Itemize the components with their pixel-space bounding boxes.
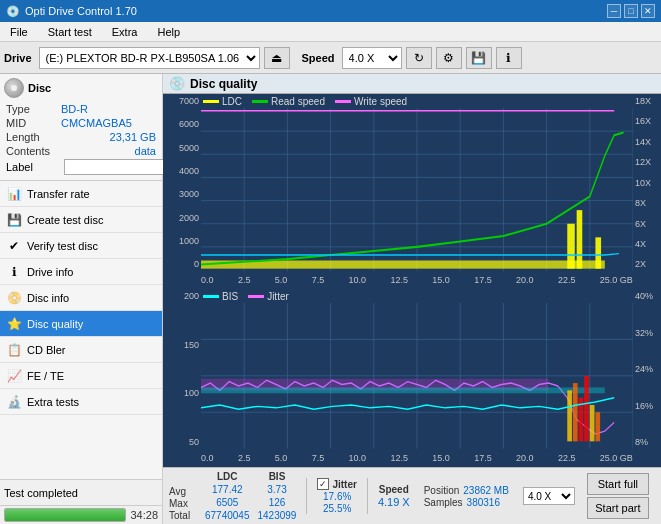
nav-transfer-rate[interactable]: 📊 Transfer rate	[0, 181, 162, 207]
disc-label-key: Label	[6, 161, 61, 173]
title-bar-controls: ─ □ ✕	[607, 4, 655, 18]
legend-jitter: Jitter	[248, 291, 289, 302]
status-time: 34:28	[130, 509, 158, 521]
nav-disc-info-label: Disc info	[27, 292, 69, 304]
total-label: Total	[169, 510, 197, 521]
speed-select[interactable]: 4.0 X	[342, 47, 402, 69]
bis-max: 126	[258, 497, 297, 508]
nav-extra-tests[interactable]: 🔬 Extra tests	[0, 389, 162, 415]
nav-cd-bler-label: CD Bler	[27, 344, 66, 356]
svg-rect-17	[567, 224, 575, 269]
chart-top-svg-area	[201, 108, 633, 271]
disc-mid-val: CMCMAGBA5	[61, 117, 132, 129]
jitter-check-row: ✓ Jitter	[317, 478, 356, 490]
svg-rect-34	[201, 388, 605, 394]
svg-rect-18	[577, 210, 583, 269]
disc-contents-val: data	[61, 145, 156, 157]
legend-jitter-label: Jitter	[267, 291, 289, 302]
drive-select[interactable]: (E:) PLEXTOR BD-R PX-LB950SA 1.06	[39, 47, 260, 69]
title-bar: 💿 Opti Drive Control 1.70 ─ □ ✕	[0, 0, 661, 22]
legend-bis-label: BIS	[222, 291, 238, 302]
menu-extra[interactable]: Extra	[106, 24, 144, 40]
ldc-avg: 177.42	[205, 484, 250, 495]
content-area: 💿 Disc quality LDC Read speed	[163, 74, 661, 524]
nav-extra-tests-label: Extra tests	[27, 396, 79, 408]
nav-verify-test-disc[interactable]: ✔ Verify test disc	[0, 233, 162, 259]
chart-bottom: BIS Jitter 200 150 100 50 40%	[163, 289, 661, 467]
refresh-button[interactable]: ↻	[406, 47, 432, 69]
jitter-checkbox[interactable]: ✓	[317, 478, 329, 490]
bottom-stats-section: Avg Max Total LDC 177.42 6505 67740045 B…	[163, 467, 661, 524]
disc-length-key: Length	[6, 131, 61, 143]
nav-disc-info[interactable]: 📀 Disc info	[0, 285, 162, 311]
legend-write-speed: Write speed	[335, 96, 407, 107]
nav-fe-te[interactable]: 📈 FE / TE	[0, 363, 162, 389]
app-icon: 💿	[6, 5, 20, 18]
toolbar: Drive (E:) PLEXTOR BD-R PX-LB950SA 1.06 …	[0, 42, 661, 74]
main-layout: Disc Type BD-R MID CMCMAGBA5 Length 23,3…	[0, 74, 661, 524]
legend-jitter-color	[248, 295, 264, 298]
drive-label: Drive	[4, 52, 32, 64]
app-title: Opti Drive Control 1.70	[25, 5, 137, 17]
svg-rect-39	[590, 405, 595, 441]
nav-disc-quality[interactable]: ⭐ Disc quality	[0, 311, 162, 337]
legend-bis: BIS	[203, 291, 238, 302]
legend-ldc-label: LDC	[222, 96, 242, 107]
jitter-max: 25.5%	[317, 503, 356, 514]
close-button[interactable]: ✕	[641, 4, 655, 18]
status-bar: Test completed	[0, 479, 162, 505]
chart-top-legend: LDC Read speed Write speed	[203, 96, 407, 107]
samples-row: Samples 380316	[424, 497, 509, 508]
speed-select-col: 4.0 X	[523, 487, 575, 505]
legend-ldc-color	[203, 100, 219, 103]
start-part-button[interactable]: Start part	[587, 497, 649, 519]
speed-label: Speed	[302, 52, 335, 64]
info-button[interactable]: ℹ	[496, 47, 522, 69]
position-label: Position	[424, 485, 460, 496]
samples-label: Samples	[424, 497, 463, 508]
nav-create-test-disc-label: Create test disc	[27, 214, 103, 226]
nav-drive-info-label: Drive info	[27, 266, 73, 278]
jitter-col: ✓ Jitter 17.6% 25.5%	[317, 478, 356, 514]
save-button[interactable]: 💾	[466, 47, 492, 69]
stats-divider-2	[367, 478, 368, 514]
chart-top-y-axis-right: 18X 16X 14X 12X 10X 8X 6X 4X 2X	[633, 94, 661, 271]
maximize-button[interactable]: □	[624, 4, 638, 18]
chart-top: LDC Read speed Write speed 7000 6000	[163, 94, 661, 289]
chart-bottom-y-axis-right: 40% 32% 24% 16% 8%	[633, 289, 661, 449]
charts-area: LDC Read speed Write speed 7000 6000	[163, 94, 661, 467]
nav-create-test-disc[interactable]: 💾 Create test disc	[0, 207, 162, 233]
chart-bottom-y-axis-left: 200 150 100 50	[163, 289, 201, 449]
status-text: Test completed	[4, 487, 78, 499]
content-header-title: Disc quality	[190, 77, 257, 91]
samples-val: 380316	[467, 497, 500, 508]
disc-contents-row: Contents data	[4, 144, 158, 158]
stats-labels-col: Avg Max Total	[169, 471, 197, 521]
speed-header: Speed	[378, 484, 410, 495]
nav-transfer-rate-label: Transfer rate	[27, 188, 90, 200]
position-row: Position 23862 MB	[424, 485, 509, 496]
disc-mid-row: MID CMCMAGBA5	[4, 116, 158, 130]
disc-info-icon: 📀	[6, 290, 22, 306]
start-full-button[interactable]: Start full	[587, 473, 649, 495]
disc-title: Disc	[28, 82, 51, 94]
nav-drive-info[interactable]: ℹ Drive info	[0, 259, 162, 285]
jitter-header: Jitter	[332, 479, 356, 490]
eject-button[interactable]: ⏏	[264, 47, 290, 69]
create-test-disc-icon: 💾	[6, 212, 22, 228]
svg-rect-35	[567, 391, 572, 442]
chart-bottom-x-axis: 0.0 2.5 5.0 7.5 10.0 12.5 15.0 17.5 20.0…	[201, 449, 633, 467]
menu-file[interactable]: File	[4, 24, 34, 40]
minimize-button[interactable]: ─	[607, 4, 621, 18]
title-bar-left: 💿 Opti Drive Control 1.70	[6, 5, 137, 18]
settings-button[interactable]: ⚙	[436, 47, 462, 69]
ldc-total: 67740045	[205, 510, 250, 521]
menu-start-test[interactable]: Start test	[42, 24, 98, 40]
stat-speed-select[interactable]: 4.0 X	[523, 487, 575, 505]
svg-rect-38	[584, 376, 589, 442]
transfer-rate-icon: 📊	[6, 186, 22, 202]
disc-panel: Disc Type BD-R MID CMCMAGBA5 Length 23,3…	[0, 74, 162, 181]
fe-te-icon: 📈	[6, 368, 22, 384]
nav-cd-bler[interactable]: 📋 CD Bler	[0, 337, 162, 363]
menu-help[interactable]: Help	[151, 24, 186, 40]
